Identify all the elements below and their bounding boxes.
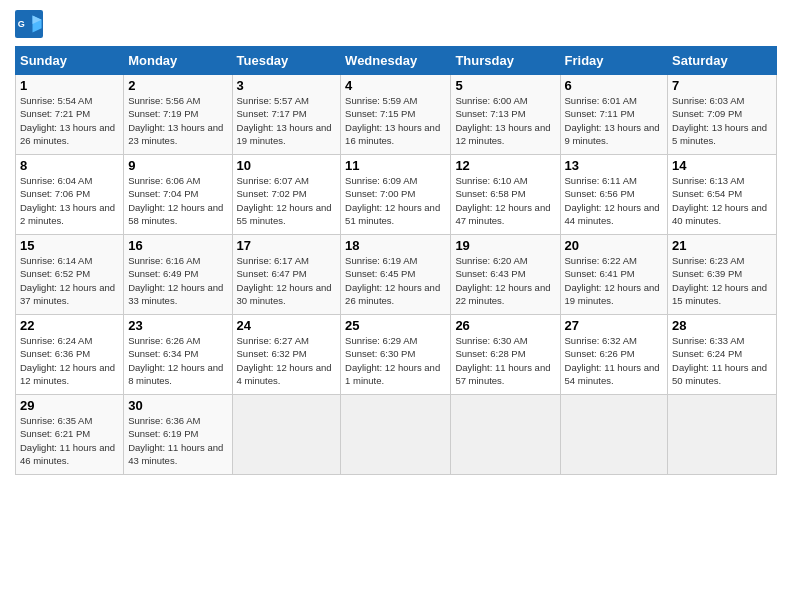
calendar-cell: 20Sunrise: 6:22 AMSunset: 6:41 PMDayligh… — [560, 235, 668, 315]
day-number: 23 — [128, 318, 227, 333]
week-row-3: 15Sunrise: 6:14 AMSunset: 6:52 PMDayligh… — [16, 235, 777, 315]
day-number: 10 — [237, 158, 337, 173]
day-number: 19 — [455, 238, 555, 253]
day-number: 9 — [128, 158, 227, 173]
calendar-cell: 15Sunrise: 6:14 AMSunset: 6:52 PMDayligh… — [16, 235, 124, 315]
calendar-cell — [560, 395, 668, 475]
day-number: 24 — [237, 318, 337, 333]
calendar-cell: 21Sunrise: 6:23 AMSunset: 6:39 PMDayligh… — [668, 235, 777, 315]
calendar-cell: 2Sunrise: 5:56 AMSunset: 7:19 PMDaylight… — [124, 75, 232, 155]
calendar-cell — [668, 395, 777, 475]
calendar-cell — [341, 395, 451, 475]
day-number: 29 — [20, 398, 119, 413]
day-number: 8 — [20, 158, 119, 173]
logo-icon: G — [15, 10, 43, 38]
calendar-cell: 30Sunrise: 6:36 AMSunset: 6:19 PMDayligh… — [124, 395, 232, 475]
day-number: 6 — [565, 78, 664, 93]
day-info: Sunrise: 5:54 AMSunset: 7:21 PMDaylight:… — [20, 94, 119, 147]
day-number: 13 — [565, 158, 664, 173]
calendar-table: SundayMondayTuesdayWednesdayThursdayFrid… — [15, 46, 777, 475]
day-info: Sunrise: 6:36 AMSunset: 6:19 PMDaylight:… — [128, 414, 227, 467]
day-number: 25 — [345, 318, 446, 333]
day-info: Sunrise: 6:30 AMSunset: 6:28 PMDaylight:… — [455, 334, 555, 387]
day-info: Sunrise: 6:09 AMSunset: 7:00 PMDaylight:… — [345, 174, 446, 227]
day-info: Sunrise: 6:00 AMSunset: 7:13 PMDaylight:… — [455, 94, 555, 147]
day-info: Sunrise: 6:17 AMSunset: 6:47 PMDaylight:… — [237, 254, 337, 307]
calendar-cell: 8Sunrise: 6:04 AMSunset: 7:06 PMDaylight… — [16, 155, 124, 235]
day-info: Sunrise: 5:59 AMSunset: 7:15 PMDaylight:… — [345, 94, 446, 147]
day-number: 12 — [455, 158, 555, 173]
calendar-cell: 26Sunrise: 6:30 AMSunset: 6:28 PMDayligh… — [451, 315, 560, 395]
day-info: Sunrise: 5:56 AMSunset: 7:19 PMDaylight:… — [128, 94, 227, 147]
day-number: 11 — [345, 158, 446, 173]
day-number: 5 — [455, 78, 555, 93]
day-info: Sunrise: 6:11 AMSunset: 6:56 PMDaylight:… — [565, 174, 664, 227]
header: G — [15, 10, 777, 38]
day-info: Sunrise: 6:23 AMSunset: 6:39 PMDaylight:… — [672, 254, 772, 307]
calendar-cell: 18Sunrise: 6:19 AMSunset: 6:45 PMDayligh… — [341, 235, 451, 315]
day-number: 1 — [20, 78, 119, 93]
day-info: Sunrise: 6:19 AMSunset: 6:45 PMDaylight:… — [345, 254, 446, 307]
calendar-cell: 16Sunrise: 6:16 AMSunset: 6:49 PMDayligh… — [124, 235, 232, 315]
day-info: Sunrise: 6:13 AMSunset: 6:54 PMDaylight:… — [672, 174, 772, 227]
day-number: 2 — [128, 78, 227, 93]
day-info: Sunrise: 6:20 AMSunset: 6:43 PMDaylight:… — [455, 254, 555, 307]
calendar-cell: 9Sunrise: 6:06 AMSunset: 7:04 PMDaylight… — [124, 155, 232, 235]
svg-text:G: G — [18, 19, 25, 29]
calendar-cell: 19Sunrise: 6:20 AMSunset: 6:43 PMDayligh… — [451, 235, 560, 315]
week-row-4: 22Sunrise: 6:24 AMSunset: 6:36 PMDayligh… — [16, 315, 777, 395]
day-info: Sunrise: 6:04 AMSunset: 7:06 PMDaylight:… — [20, 174, 119, 227]
col-header-sunday: Sunday — [16, 47, 124, 75]
calendar-cell: 29Sunrise: 6:35 AMSunset: 6:21 PMDayligh… — [16, 395, 124, 475]
calendar-cell: 5Sunrise: 6:00 AMSunset: 7:13 PMDaylight… — [451, 75, 560, 155]
day-info: Sunrise: 6:16 AMSunset: 6:49 PMDaylight:… — [128, 254, 227, 307]
day-number: 30 — [128, 398, 227, 413]
calendar-cell: 3Sunrise: 5:57 AMSunset: 7:17 PMDaylight… — [232, 75, 341, 155]
calendar-cell: 14Sunrise: 6:13 AMSunset: 6:54 PMDayligh… — [668, 155, 777, 235]
logo: G — [15, 10, 47, 38]
day-number: 3 — [237, 78, 337, 93]
calendar-cell: 22Sunrise: 6:24 AMSunset: 6:36 PMDayligh… — [16, 315, 124, 395]
main-container: G SundayMondayTuesdayWednesdayThursdayFr… — [0, 0, 792, 485]
calendar-cell: 23Sunrise: 6:26 AMSunset: 6:34 PMDayligh… — [124, 315, 232, 395]
calendar-cell: 1Sunrise: 5:54 AMSunset: 7:21 PMDaylight… — [16, 75, 124, 155]
day-info: Sunrise: 6:22 AMSunset: 6:41 PMDaylight:… — [565, 254, 664, 307]
day-number: 7 — [672, 78, 772, 93]
week-row-2: 8Sunrise: 6:04 AMSunset: 7:06 PMDaylight… — [16, 155, 777, 235]
week-row-1: 1Sunrise: 5:54 AMSunset: 7:21 PMDaylight… — [16, 75, 777, 155]
calendar-cell — [232, 395, 341, 475]
day-info: Sunrise: 6:01 AMSunset: 7:11 PMDaylight:… — [565, 94, 664, 147]
col-header-saturday: Saturday — [668, 47, 777, 75]
day-number: 18 — [345, 238, 446, 253]
day-info: Sunrise: 6:26 AMSunset: 6:34 PMDaylight:… — [128, 334, 227, 387]
day-info: Sunrise: 6:06 AMSunset: 7:04 PMDaylight:… — [128, 174, 227, 227]
day-number: 17 — [237, 238, 337, 253]
day-info: Sunrise: 6:03 AMSunset: 7:09 PMDaylight:… — [672, 94, 772, 147]
col-header-wednesday: Wednesday — [341, 47, 451, 75]
day-number: 4 — [345, 78, 446, 93]
calendar-cell: 4Sunrise: 5:59 AMSunset: 7:15 PMDaylight… — [341, 75, 451, 155]
calendar-cell: 28Sunrise: 6:33 AMSunset: 6:24 PMDayligh… — [668, 315, 777, 395]
col-header-thursday: Thursday — [451, 47, 560, 75]
week-row-5: 29Sunrise: 6:35 AMSunset: 6:21 PMDayligh… — [16, 395, 777, 475]
day-info: Sunrise: 6:32 AMSunset: 6:26 PMDaylight:… — [565, 334, 664, 387]
col-header-friday: Friday — [560, 47, 668, 75]
day-number: 14 — [672, 158, 772, 173]
col-header-monday: Monday — [124, 47, 232, 75]
day-number: 27 — [565, 318, 664, 333]
day-info: Sunrise: 6:35 AMSunset: 6:21 PMDaylight:… — [20, 414, 119, 467]
day-info: Sunrise: 6:24 AMSunset: 6:36 PMDaylight:… — [20, 334, 119, 387]
calendar-cell: 7Sunrise: 6:03 AMSunset: 7:09 PMDaylight… — [668, 75, 777, 155]
calendar-cell: 12Sunrise: 6:10 AMSunset: 6:58 PMDayligh… — [451, 155, 560, 235]
calendar-cell: 6Sunrise: 6:01 AMSunset: 7:11 PMDaylight… — [560, 75, 668, 155]
calendar-cell — [451, 395, 560, 475]
calendar-cell: 10Sunrise: 6:07 AMSunset: 7:02 PMDayligh… — [232, 155, 341, 235]
col-header-tuesday: Tuesday — [232, 47, 341, 75]
header-row: SundayMondayTuesdayWednesdayThursdayFrid… — [16, 47, 777, 75]
day-number: 28 — [672, 318, 772, 333]
calendar-cell: 27Sunrise: 6:32 AMSunset: 6:26 PMDayligh… — [560, 315, 668, 395]
calendar-cell: 25Sunrise: 6:29 AMSunset: 6:30 PMDayligh… — [341, 315, 451, 395]
day-info: Sunrise: 6:14 AMSunset: 6:52 PMDaylight:… — [20, 254, 119, 307]
calendar-cell: 17Sunrise: 6:17 AMSunset: 6:47 PMDayligh… — [232, 235, 341, 315]
day-info: Sunrise: 5:57 AMSunset: 7:17 PMDaylight:… — [237, 94, 337, 147]
